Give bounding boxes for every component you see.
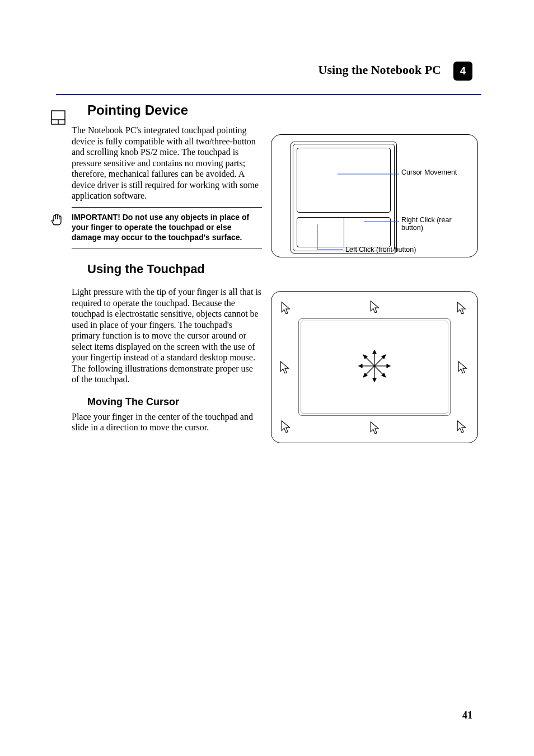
callout-rule-bottom	[72, 248, 262, 248]
heading-pointing-device: Pointing Device	[87, 102, 478, 118]
using-touchpad-text: Light pressure with the tip of your fing…	[72, 287, 262, 385]
svg-line-12	[365, 356, 374, 366]
cursor-icon	[457, 360, 470, 375]
label-right-click: Right Click (rear button)	[401, 216, 469, 232]
pointing-device-text: The Notebook PC's integrated touchpad po…	[72, 125, 262, 201]
touchpad-icon	[50, 110, 66, 125]
cursor-icon	[456, 300, 469, 316]
important-callout: IMPORTANT! Do not use any objects in pla…	[72, 212, 262, 243]
svg-line-14	[365, 366, 374, 375]
cursor-icon	[280, 419, 293, 435]
cursor-icon	[369, 299, 382, 315]
cursor-icon	[279, 360, 292, 375]
cursor-directions-diagram	[271, 291, 478, 443]
page-number: 41	[462, 710, 472, 721]
moving-cursor-text: Place your finger in the center of the t…	[72, 411, 262, 433]
callout-rule-top	[72, 207, 262, 208]
svg-line-11	[374, 356, 384, 366]
header-text: Using the Notebook PC	[318, 63, 441, 77]
svg-line-13	[374, 366, 384, 375]
important-hand-icon	[50, 212, 66, 228]
label-cursor-movement: Cursor Movement	[401, 168, 469, 176]
label-left-click: Left Click (front button)	[345, 246, 441, 253]
cursor-icon	[280, 300, 293, 316]
direction-arrows-icon	[358, 349, 391, 385]
cursor-icon	[369, 420, 382, 436]
heading-using-touchpad: Using the Touchpad	[87, 262, 478, 276]
section-header: Using the Notebook PC 4	[56, 62, 478, 81]
touchpad-diagram: Cursor Movement Right Click (rear button…	[271, 134, 478, 257]
header-rule	[56, 94, 481, 96]
section-badge: 4	[453, 62, 472, 81]
cursor-icon	[456, 419, 469, 435]
